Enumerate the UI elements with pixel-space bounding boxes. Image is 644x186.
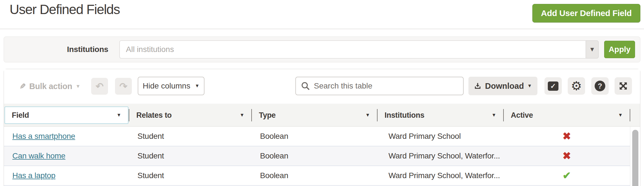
institutions-cell: Ward Primary School, Waterfor... bbox=[377, 146, 503, 165]
help-button[interactable]: ? bbox=[591, 77, 609, 95]
institutions-cell: Ward Primary School bbox=[377, 127, 503, 146]
user-defined-fields-table: ✎ Bulk action ▼ ↶ ↷ Hide columns ▼ Do bbox=[4, 69, 640, 186]
redo-button[interactable]: ↷ bbox=[115, 78, 132, 95]
search-icon bbox=[301, 81, 310, 90]
institutions-filter-bar: Institutions ▼ Apply bbox=[4, 37, 640, 62]
column-header-relates-to[interactable]: Relates to ▼ bbox=[129, 104, 252, 127]
relates-to-cell: Student bbox=[129, 127, 252, 146]
bulk-action-label: Bulk action bbox=[29, 82, 72, 91]
download-icon bbox=[474, 82, 482, 90]
table-search-box bbox=[295, 77, 464, 95]
chevron-down-icon: ▼ bbox=[491, 112, 496, 118]
active-cell: ✖ bbox=[503, 146, 630, 165]
cross-icon: ✖ bbox=[563, 150, 571, 162]
download-label: Download bbox=[485, 81, 524, 91]
institutions-filter-input[interactable] bbox=[119, 40, 586, 58]
table-row: Can walk home Student Boolean Ward Prima… bbox=[4, 146, 630, 166]
expand-arrows-icon bbox=[618, 81, 628, 91]
question-circle-icon: ? bbox=[595, 81, 605, 91]
column-divider bbox=[377, 109, 378, 121]
table-row: Has a smartphone Student Boolean Ward Pr… bbox=[4, 127, 630, 146]
bulk-select-button[interactable]: ✓ bbox=[544, 77, 562, 95]
column-divider bbox=[129, 109, 129, 121]
settings-button[interactable]: ⚙ bbox=[568, 77, 585, 95]
column-label: Type bbox=[259, 111, 365, 120]
active-cell: ✖ bbox=[503, 127, 630, 146]
column-label: Field bbox=[12, 111, 116, 120]
page-title: User Defined Fields bbox=[10, 2, 120, 17]
table-header-row: Field ▼ Relates to ▼ Type ▼ Institutions… bbox=[4, 104, 640, 127]
field-cell: Has a smartphone bbox=[4, 127, 129, 146]
column-header-field[interactable]: Field ▼ bbox=[4, 104, 129, 127]
field-link[interactable]: Has a smartphone bbox=[12, 132, 75, 141]
column-label: Institutions bbox=[385, 111, 491, 120]
column-header-active[interactable]: Active ▼ bbox=[503, 104, 630, 127]
page-header: User Defined Fields Add User Defined Fie… bbox=[0, 0, 644, 29]
gear-icon: ⚙ bbox=[571, 80, 582, 92]
field-cell: Can walk home bbox=[4, 146, 129, 165]
check-icon: ✔ bbox=[563, 170, 571, 182]
field-header-focus-box: Field ▼ bbox=[4, 106, 128, 124]
cross-icon: ✖ bbox=[563, 130, 571, 142]
column-divider bbox=[630, 109, 630, 121]
chevron-down-icon: ▼ bbox=[195, 83, 199, 89]
active-cell: ✔ bbox=[503, 166, 630, 185]
column-header-type[interactable]: Type ▼ bbox=[252, 104, 377, 127]
institutions-cell: Ward Primary School, Waterfor... bbox=[377, 166, 503, 185]
apply-filter-button[interactable]: Apply bbox=[604, 41, 635, 58]
chevron-down-icon: ▼ bbox=[240, 112, 244, 118]
column-divider bbox=[251, 109, 252, 121]
type-cell: Boolean bbox=[252, 127, 377, 146]
undo-icon: ↶ bbox=[96, 81, 104, 91]
redo-icon: ↷ bbox=[119, 81, 128, 91]
table-toolbar: ✎ Bulk action ▼ ↶ ↷ Hide columns ▼ Do bbox=[4, 69, 640, 104]
scrollbar-track-border bbox=[630, 127, 630, 186]
column-header-institutions[interactable]: Institutions ▼ bbox=[377, 104, 503, 127]
column-label: Active bbox=[511, 111, 618, 120]
hide-columns-label: Hide columns bbox=[143, 81, 190, 90]
field-link[interactable]: Has a laptop bbox=[12, 171, 56, 180]
chevron-down-icon: ▼ bbox=[75, 83, 81, 89]
field-link[interactable]: Can walk home bbox=[12, 151, 65, 160]
fullscreen-button[interactable] bbox=[615, 77, 632, 95]
relates-to-cell: Student bbox=[129, 146, 252, 165]
chevron-down-icon: ▼ bbox=[589, 46, 595, 53]
download-button[interactable]: Download ▼ bbox=[468, 77, 537, 95]
undo-button[interactable]: ↶ bbox=[91, 78, 108, 95]
column-label: Relates to bbox=[136, 111, 240, 120]
table-search-input[interactable] bbox=[314, 77, 463, 95]
hide-columns-button[interactable]: Hide columns ▼ bbox=[138, 77, 204, 95]
type-cell: Boolean bbox=[252, 166, 377, 185]
field-cell: Has a laptop bbox=[4, 166, 129, 185]
institutions-filter-dropdown-button[interactable]: ▼ bbox=[586, 40, 599, 58]
pencil-icon: ✎ bbox=[20, 82, 26, 91]
chevron-down-icon: ▼ bbox=[365, 112, 370, 118]
chevron-down-icon: ▼ bbox=[527, 83, 532, 89]
chevron-down-icon: ▼ bbox=[618, 112, 623, 118]
column-divider bbox=[503, 109, 504, 121]
type-cell: Boolean bbox=[252, 146, 377, 165]
bulk-action-button[interactable]: ✎ Bulk action ▼ bbox=[20, 69, 81, 104]
vertical-scrollbar[interactable] bbox=[632, 130, 638, 186]
table-row: Has a laptop Student Boolean Ward Primar… bbox=[4, 166, 630, 186]
chevron-down-icon: ▼ bbox=[116, 112, 121, 118]
institutions-filter-label: Institutions bbox=[4, 37, 108, 62]
relates-to-cell: Student bbox=[129, 166, 252, 185]
add-user-defined-field-button[interactable]: Add User Defined Field bbox=[532, 4, 640, 22]
checkbox-check-icon: ✓ bbox=[548, 81, 558, 91]
